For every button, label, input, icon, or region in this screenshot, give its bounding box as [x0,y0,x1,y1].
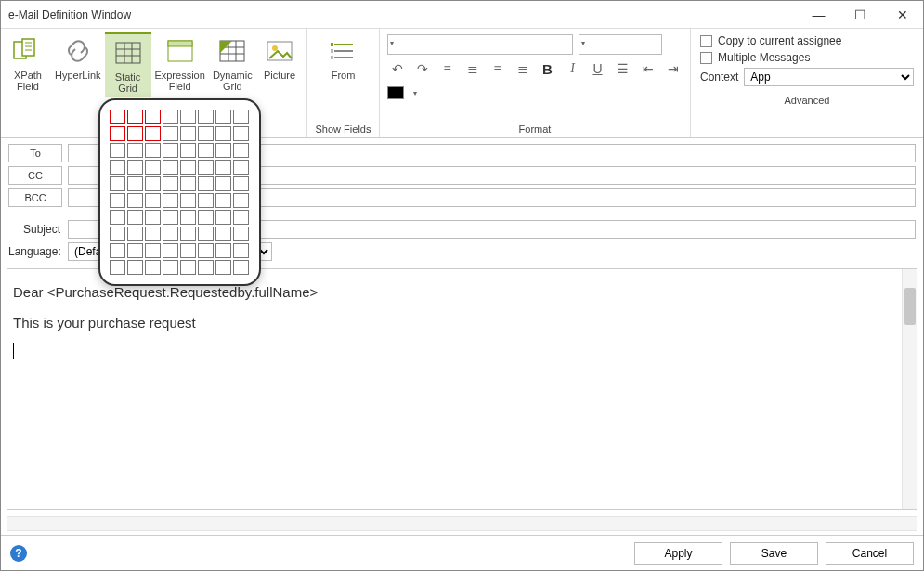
grid-cell[interactable] [180,243,196,258]
grid-picker[interactable] [110,110,250,275]
expression-field-button[interactable]: Expression Field [151,32,209,96]
grid-cell[interactable] [233,110,249,124]
grid-cell[interactable] [215,143,231,158]
font-size-combo[interactable] [579,34,662,55]
grid-cell[interactable] [110,193,125,208]
grid-cell[interactable] [127,143,143,158]
grid-cell[interactable] [198,110,214,124]
vertical-scrollbar[interactable] [902,269,917,509]
grid-cell[interactable] [110,160,125,175]
grid-cell[interactable] [163,126,178,141]
grid-cell[interactable] [233,193,249,208]
grid-cell[interactable] [233,243,249,258]
email-body-editor[interactable]: Dear <PurchaseRequest.Requestedby.fullNa… [7,269,917,509]
grid-cell[interactable] [110,110,125,124]
font-family-combo[interactable] [387,34,573,55]
grid-cell[interactable] [145,210,161,225]
grid-cell[interactable] [110,143,125,158]
undo-icon[interactable]: ↶ [387,58,407,79]
grid-cell[interactable] [180,193,196,208]
grid-cell[interactable] [110,227,125,241]
from-button[interactable]: From [320,32,367,84]
align-justify-icon[interactable]: ≣ [513,58,532,79]
grid-cell[interactable] [110,126,125,141]
redo-icon[interactable]: ↷ [412,58,432,79]
grid-cell[interactable] [198,260,214,275]
xpath-field-button[interactable]: XPath Field [5,32,51,96]
grid-cell[interactable] [233,260,249,275]
grid-cell[interactable] [198,193,214,208]
save-button[interactable]: Save [730,542,818,565]
apply-button[interactable]: Apply [634,542,722,565]
help-icon[interactable]: ? [10,545,27,562]
dynamic-grid-button[interactable]: Dynamic Grid [209,32,256,96]
grid-cell[interactable] [198,126,214,141]
grid-cell[interactable] [215,110,231,124]
bullet-list-icon[interactable]: ☰ [613,58,632,79]
cancel-button[interactable]: Cancel [826,542,914,565]
static-grid-button[interactable]: Static Grid [105,32,151,97]
grid-cell[interactable] [145,143,161,158]
grid-cell[interactable] [198,210,214,225]
grid-cell[interactable] [233,210,249,225]
grid-cell[interactable] [198,176,214,191]
grid-cell[interactable] [233,143,249,158]
maximize-button[interactable]: ☐ [839,1,881,29]
grid-cell[interactable] [145,260,161,275]
grid-cell[interactable] [127,110,143,124]
indent-icon[interactable]: ⇥ [663,58,683,79]
grid-cell[interactable] [145,193,161,208]
grid-cell[interactable] [180,176,196,191]
grid-cell[interactable] [215,126,231,141]
grid-cell[interactable] [215,176,231,191]
grid-cell[interactable] [163,143,178,158]
grid-cell[interactable] [145,110,161,124]
bcc-button[interactable]: BCC [8,188,62,207]
grid-cell[interactable] [110,243,125,258]
grid-cell[interactable] [163,260,178,275]
grid-cell[interactable] [163,110,178,124]
grid-cell[interactable] [215,243,231,258]
grid-cell[interactable] [215,160,231,175]
grid-cell[interactable] [198,160,214,175]
hyperlink-button[interactable]: HyperLink [51,32,105,84]
grid-cell[interactable] [110,260,125,275]
grid-cell[interactable] [180,110,196,124]
grid-cell[interactable] [127,210,143,225]
grid-cell[interactable] [163,193,178,208]
copy-assignee-checkbox[interactable] [700,35,712,47]
grid-cell[interactable] [145,227,161,241]
grid-cell[interactable] [163,243,178,258]
grid-cell[interactable] [127,126,143,141]
align-center-icon[interactable]: ≣ [462,58,482,79]
font-color-swatch[interactable] [387,86,404,99]
font-color-dropdown[interactable] [410,83,419,103]
multiple-messages-checkbox[interactable] [700,52,712,64]
align-right-icon[interactable]: ≡ [488,58,507,79]
grid-cell[interactable] [198,227,214,241]
grid-cell[interactable] [127,243,143,258]
grid-cell[interactable] [198,143,214,158]
grid-cell[interactable] [145,160,161,175]
grid-cell[interactable] [180,160,196,175]
grid-cell[interactable] [233,176,249,191]
grid-cell[interactable] [215,193,231,208]
grid-cell[interactable] [233,126,249,141]
grid-cell[interactable] [145,126,161,141]
align-left-icon[interactable]: ≡ [437,58,457,79]
grid-cell[interactable] [163,160,178,175]
grid-cell[interactable] [127,160,143,175]
grid-cell[interactable] [163,210,178,225]
grid-cell[interactable] [127,227,143,241]
italic-icon[interactable]: I [563,58,582,79]
outdent-icon[interactable]: ⇤ [638,58,657,79]
bold-icon[interactable]: B [538,58,557,79]
grid-cell[interactable] [180,260,196,275]
minimize-button[interactable]: — [798,1,839,29]
horizontal-scrollbar[interactable] [7,516,917,531]
grid-cell[interactable] [127,176,143,191]
grid-cell[interactable] [180,126,196,141]
to-button[interactable]: To [8,144,62,162]
grid-cell[interactable] [215,210,231,225]
grid-cell[interactable] [233,227,249,241]
